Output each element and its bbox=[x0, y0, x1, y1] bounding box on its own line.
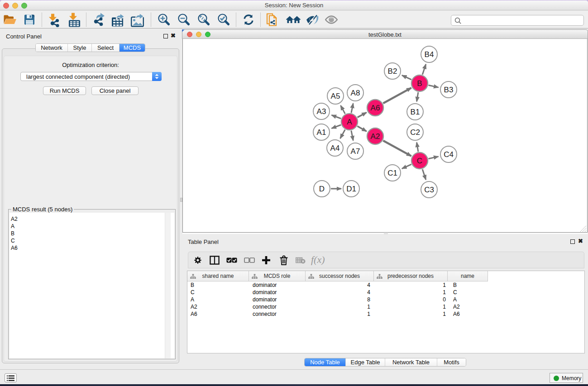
svg-text:A6: A6 bbox=[371, 104, 380, 112]
svg-text:A2: A2 bbox=[371, 132, 380, 141]
svg-text:A5: A5 bbox=[331, 92, 340, 100]
svg-text:B2: B2 bbox=[388, 67, 397, 76]
svg-text:A1: A1 bbox=[317, 128, 326, 137]
svg-text:A7: A7 bbox=[351, 147, 360, 156]
svg-text:B1: B1 bbox=[411, 108, 420, 116]
svg-text:B3: B3 bbox=[444, 86, 454, 94]
svg-text:A8: A8 bbox=[351, 89, 360, 97]
svg-text:C: C bbox=[417, 157, 422, 165]
svg-text:A4: A4 bbox=[330, 144, 340, 152]
svg-text:C3: C3 bbox=[424, 186, 434, 194]
svg-text:A: A bbox=[347, 118, 352, 126]
svg-text:C4: C4 bbox=[444, 150, 454, 159]
svg-text:D1: D1 bbox=[346, 185, 356, 193]
svg-text:D: D bbox=[319, 185, 325, 193]
svg-text:B: B bbox=[417, 79, 422, 88]
svg-text:A3: A3 bbox=[317, 107, 326, 116]
svg-text:B4: B4 bbox=[425, 50, 434, 59]
svg-text:C2: C2 bbox=[410, 128, 420, 137]
svg-text:C1: C1 bbox=[387, 169, 397, 177]
